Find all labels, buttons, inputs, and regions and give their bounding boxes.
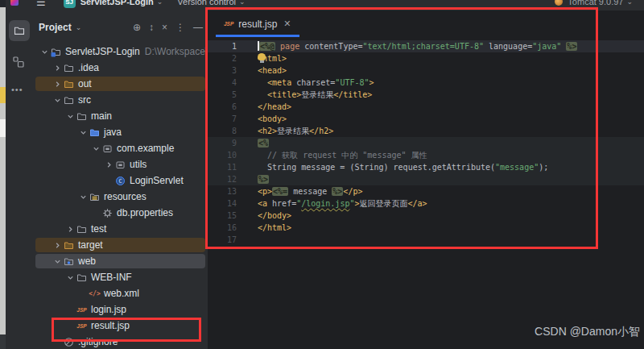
main-menu-icon[interactable]: ☰ xyxy=(36,0,46,8)
tree-item-resources[interactable]: resources xyxy=(32,189,208,205)
tree-item-servletjsp-login[interactable]: ServletJSP-LoginD:\Workspace\ServletJSP xyxy=(32,44,208,60)
tree-item--idea[interactable]: .idea xyxy=(32,60,208,76)
expand-all-button[interactable]: ↕ xyxy=(149,22,154,33)
code-line-8[interactable]: 8<h2>登录结果</h2> xyxy=(208,125,644,137)
background-strip-white xyxy=(0,119,6,137)
code-line-7[interactable]: 7<body> xyxy=(208,113,644,125)
tree-item-label: .gitignore xyxy=(78,336,118,347)
tree-item-test[interactable]: test xyxy=(32,221,208,237)
code-line-12[interactable]: 12%> xyxy=(208,173,644,185)
code-line-9[interactable]: 9<% xyxy=(208,137,644,149)
tree-item-web-inf[interactable]: WEB-INF xyxy=(32,269,208,285)
jsp-file-icon: JSP xyxy=(224,21,233,27)
tree-item-label: db.properties xyxy=(117,207,173,218)
code-line-13[interactable]: 13<p><%= message %></p> xyxy=(208,185,644,197)
tree-chevron-icon[interactable] xyxy=(39,48,50,56)
tree-chevron-icon[interactable] xyxy=(90,145,101,152)
tree-item-label: src xyxy=(78,94,91,106)
tree-chevron-icon[interactable] xyxy=(77,193,89,201)
tree-chevron-icon[interactable] xyxy=(52,258,63,265)
jsp-icon: JSP xyxy=(76,323,88,329)
locate-file-button[interactable]: ⊕ xyxy=(133,22,141,33)
folder-orange-icon xyxy=(63,79,75,89)
project-panel-title[interactable]: Project xyxy=(39,22,72,33)
tool-window-stripe: ••• xyxy=(6,10,33,349)
code-line-5[interactable]: 5 <title>登录结果</title> xyxy=(208,89,644,101)
code-line-3[interactable]: 3<head> xyxy=(208,64,644,77)
tree-chevron-icon[interactable] xyxy=(52,242,63,249)
tree-item-label: web.xml xyxy=(104,288,139,299)
code-text: <html> xyxy=(248,52,287,64)
tomcat-icon xyxy=(555,0,563,6)
title-bar: ☰ SJ ServletJSP-Login ⌄ Version control … xyxy=(6,0,644,10)
tree-chevron-icon[interactable] xyxy=(52,81,63,88)
code-line-14[interactable]: 14<a href="/login.jsp">返回登录页面</a> xyxy=(208,197,644,210)
jsp-icon: JSP xyxy=(76,307,88,313)
code-line-4[interactable]: 4 <meta charset="UTF-8"> xyxy=(208,77,644,89)
code-line-6[interactable]: 6</head> xyxy=(208,101,644,113)
collapse-all-button[interactable]: × xyxy=(162,22,167,33)
tree-item-target[interactable]: target xyxy=(32,237,208,253)
version-control-widget[interactable]: Version control xyxy=(177,0,236,6)
panel-options-button[interactable]: ⋮ xyxy=(175,22,185,33)
line-number: 10 xyxy=(208,149,248,161)
folder-icon xyxy=(76,272,88,283)
tree-chevron-icon[interactable] xyxy=(64,274,76,281)
line-number: 1 xyxy=(208,40,248,52)
tree-item-label: utils xyxy=(130,159,147,170)
more-tool-windows-button[interactable]: ••• xyxy=(11,85,23,94)
class-icon: C xyxy=(114,176,126,186)
code-text: <meta charset="UTF-8"> xyxy=(248,77,374,89)
tree-item-label: out xyxy=(78,78,92,89)
project-panel: Project ⌄ ⊕ ↕ × ⋮ — ServletJSP-LoginD:\W… xyxy=(32,10,208,349)
close-tab-icon[interactable]: ✕ xyxy=(283,19,291,29)
tree-chevron-icon[interactable] xyxy=(64,226,76,233)
code-line-16[interactable]: 16</html> xyxy=(208,222,644,234)
tree-item-src[interactable]: src xyxy=(32,92,208,108)
tree-item-web[interactable]: web xyxy=(32,253,208,269)
tab-result-jsp[interactable]: JSP result.jsp ✕ xyxy=(216,10,299,37)
code-line-11[interactable]: 11 String message = (String) request.get… xyxy=(208,161,644,173)
folder-resources-icon xyxy=(89,192,101,202)
code-editor[interactable]: 1<%@ page contentType="text/html;charset… xyxy=(208,40,644,246)
tree-chevron-icon[interactable] xyxy=(52,97,63,104)
tree-chevron-icon[interactable] xyxy=(64,113,76,120)
code-line-15[interactable]: 15</body> xyxy=(208,210,644,222)
tree-item-out[interactable]: out xyxy=(32,76,208,92)
code-line-1[interactable]: 1<%@ page contentType="text/html;charset… xyxy=(208,40,644,52)
folder-icon xyxy=(76,111,88,122)
tree-chevron-icon[interactable] xyxy=(52,64,63,72)
hide-panel-button[interactable]: — xyxy=(193,22,203,33)
tree-item-web-xml[interactable]: </>web.xml xyxy=(32,285,208,301)
tree-chevron-icon[interactable] xyxy=(77,129,89,136)
tree-chevron-icon[interactable] xyxy=(103,161,114,168)
tree-item-label: result.jsp xyxy=(91,320,130,331)
tree-item-java[interactable]: java xyxy=(32,124,208,140)
run-configuration-widget[interactable]: Tomcat 9.0.97 xyxy=(568,0,623,6)
app-logo-icon xyxy=(10,0,19,6)
tree-item-label: WEB-INF xyxy=(91,272,132,283)
code-line-17[interactable]: 17 xyxy=(208,234,644,246)
tree-item-com-example[interactable]: com.example xyxy=(32,140,208,156)
structure-tool-button[interactable] xyxy=(12,56,27,70)
xml-icon: </> xyxy=(89,290,101,297)
tree-item-result-jsp[interactable]: JSPresult.jsp xyxy=(32,318,208,334)
project-badge[interactable]: SJ xyxy=(64,0,76,8)
code-line-2[interactable]: 2<html> xyxy=(208,52,644,64)
tree-item-main[interactable]: main xyxy=(32,108,208,124)
tree-item-db-properties[interactable]: db.properties xyxy=(32,205,208,221)
tree-item-utils[interactable]: utils xyxy=(32,156,208,172)
line-number: 7 xyxy=(208,113,248,125)
project-name-widget[interactable]: ServletJSP-Login xyxy=(80,0,154,6)
folder-icon xyxy=(14,25,25,36)
tree-item-label: target xyxy=(78,239,103,251)
tree-item--gitignore[interactable]: .gitignore xyxy=(32,334,208,349)
code-text: <h2>登录结果</h2> xyxy=(248,125,333,137)
code-text: <title>登录结果</title> xyxy=(248,89,372,101)
tree-item-login-jsp[interactable]: JSPlogin.jsp xyxy=(32,301,208,318)
code-line-10[interactable]: 10 // 获取 request 中的 "message" 属性 xyxy=(208,149,644,161)
intention-bulb-icon[interactable] xyxy=(258,53,266,63)
tree-item-loginservlet[interactable]: CLoginServlet xyxy=(32,172,208,189)
project-tool-button[interactable] xyxy=(9,20,30,41)
code-text: %> xyxy=(248,173,269,185)
